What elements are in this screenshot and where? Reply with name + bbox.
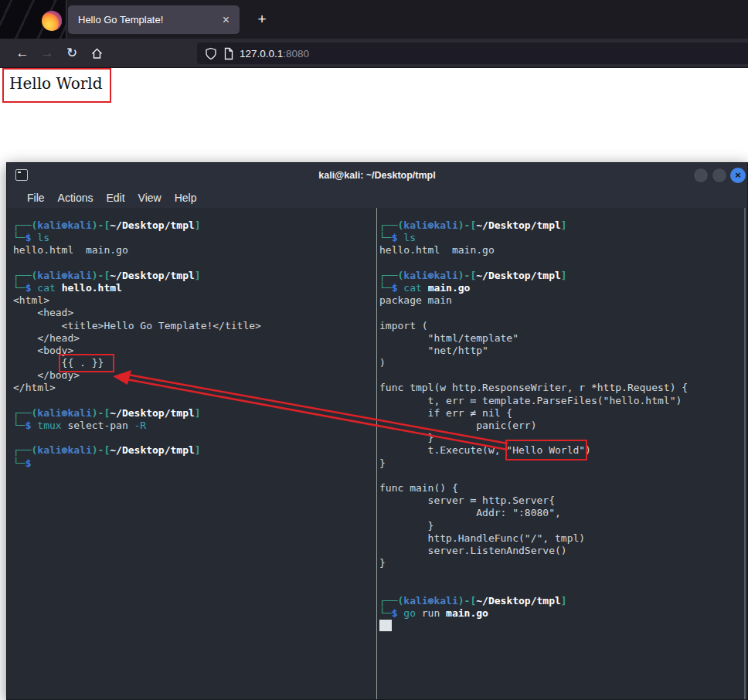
menu-edit[interactable]: Edit: [106, 192, 124, 204]
terminal-title: kali@kali: ~/Desktop/tmpl: [7, 163, 747, 188]
terminal-line: package main: [379, 294, 745, 307]
terminal-titlebar[interactable]: kali@kali: ~/Desktop/tmpl: [7, 163, 747, 188]
menu-file[interactable]: File: [27, 192, 45, 204]
tmux-panes: ┌──(kali⊛kali)-[~/Desktop/tmpl]└─$ lshel…: [7, 208, 747, 699]
maximize-button[interactable]: [712, 168, 727, 183]
terminal-line: └─$ tmux select-pan -R: [13, 420, 376, 432]
terminal-line: server.ListenAndServe(): [379, 545, 745, 557]
back-button[interactable]: ←: [10, 46, 35, 61]
terminal-line: ┌──(kali⊛kali)-[~/Desktop/tmpl]: [13, 407, 376, 420]
terminal-window: kali@kali: ~/Desktop/tmpl File Actions E…: [6, 162, 748, 700]
shield-icon: [205, 47, 217, 60]
terminal-line: <title>Hello Go Template!</title>: [13, 320, 376, 332]
terminal-line: └─$ cat main.go: [379, 282, 745, 294]
close-button[interactable]: ×: [730, 168, 746, 183]
menu-actions[interactable]: Actions: [58, 192, 94, 204]
terminal-line: <head>: [13, 307, 376, 319]
terminal-line: └─$ ls: [13, 232, 376, 244]
annotation-box-page-hello-world: [2, 68, 111, 103]
terminal-line: http.HandleFunc("/", tmpl): [379, 532, 745, 545]
terminal-line: Addr: ":8080",: [379, 507, 745, 519]
tab-close-icon[interactable]: ×: [220, 14, 232, 26]
browser-tab-bar: Hello Go Template! × +: [0, 0, 748, 39]
terminal-line: hello.html main.go: [379, 244, 745, 257]
browser-toolbar: ← → ↻ 127.0.0.1:8080: [0, 39, 748, 68]
reload-button[interactable]: ↻: [60, 45, 84, 61]
forward-button[interactable]: →: [35, 46, 60, 61]
terminal-line: ): [379, 357, 745, 369]
tmux-pane-left[interactable]: ┌──(kali⊛kali)-[~/Desktop/tmpl]└─$ lshel…: [7, 208, 376, 699]
terminal-line: [379, 369, 745, 382]
annotation-box-template-placeholder: [59, 354, 114, 372]
terminal-line: t, err ≔ template.ParseFiles("hello.html…: [379, 395, 745, 407]
url-port: :8080: [283, 48, 309, 59]
terminal-scrollbar[interactable]: [744, 208, 746, 699]
terminal-line: func tmpl(w http.ResponseWriter, r *http…: [379, 382, 745, 394]
firefox-logo-icon: [42, 11, 62, 31]
terminal-line: ┌──(kali⊛kali)-[~/Desktop/tmpl]: [379, 270, 745, 282]
terminal-line: └─$: [13, 457, 376, 470]
terminal-line: import (: [379, 320, 745, 332]
terminal-line: }: [379, 557, 745, 569]
terminal-line: [379, 620, 745, 632]
terminal-line: "net/http": [379, 345, 745, 357]
terminal-line: if err ≠ nil {: [379, 407, 745, 420]
terminal-line: [13, 257, 376, 270]
terminal-line: ┌──(kali⊛kali)-[~/Desktop/tmpl]: [379, 595, 745, 607]
terminal-line: [379, 569, 745, 582]
home-icon: [90, 47, 104, 60]
browser-tab[interactable]: Hello Go Template! ×: [68, 5, 240, 34]
url-host: 127.0.0.1: [240, 48, 283, 59]
terminal-line: </head>: [13, 332, 376, 345]
new-tab-button[interactable]: +: [251, 8, 273, 30]
terminal-line: hello.html main.go: [13, 244, 376, 257]
terminal-line: server ≔ http.Server{: [379, 494, 745, 507]
terminal-line: panic(err): [379, 420, 745, 432]
menu-view[interactable]: View: [138, 192, 162, 204]
terminal-line: <html>: [13, 294, 376, 307]
terminal-line: [379, 307, 745, 319]
terminal-line: [13, 395, 376, 407]
page-info-icon: [223, 47, 234, 60]
terminal-line: </html>: [13, 382, 376, 394]
terminal-line: ┌──(kali⊛kali)-[~/Desktop/tmpl]: [13, 219, 376, 232]
menu-help[interactable]: Help: [175, 192, 197, 204]
terminal-menubar: File Actions Edit View Help: [7, 188, 747, 208]
terminal-line: └─$ go run main.go: [379, 607, 745, 620]
terminal-line: [379, 470, 745, 482]
terminal-line: }: [379, 520, 745, 532]
terminal-line: [379, 257, 745, 270]
url-bar[interactable]: 127.0.0.1:8080: [197, 42, 748, 64]
terminal-line: [379, 582, 745, 594]
terminal-line: ┌──(kali⊛kali)-[~/Desktop/tmpl]: [13, 270, 376, 282]
terminal-line: func main() {: [379, 482, 745, 494]
terminal-line: [13, 432, 376, 444]
minimize-button[interactable]: [693, 168, 709, 183]
terminal-line: └─$ ls: [379, 232, 745, 244]
annotation-box-code-hello-world: [505, 440, 587, 460]
screen: Hello Go Template! × + ← → ↻ 127.0.0.1:8…: [0, 0, 748, 700]
terminal-line: └─$ cat hello.html: [13, 282, 376, 294]
terminal-line: ┌──(kali⊛kali)-[~/Desktop/tmpl]: [379, 219, 745, 232]
home-button[interactable]: [84, 46, 109, 61]
terminal-line: ┌──(kali⊛kali)-[~/Desktop/tmpl]: [13, 444, 376, 457]
terminal-line: "html/template": [379, 332, 745, 345]
tab-title: Hello Go Template!: [78, 14, 220, 25]
desktop-wallpaper-corner: [0, 0, 66, 39]
